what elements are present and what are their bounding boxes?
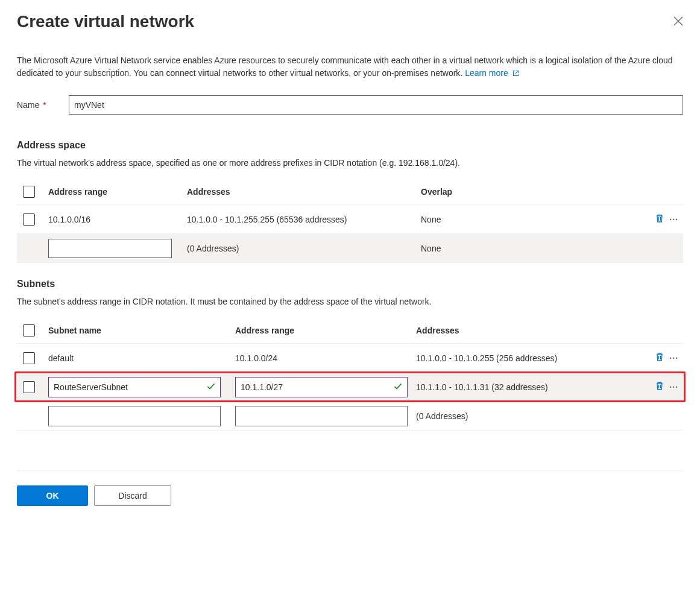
subnet-row-default: default 10.1.0.0/24 10.1.0.0 - 10.1.0.25… (17, 343, 683, 372)
subnet-range-input-empty[interactable] (235, 406, 408, 426)
svg-line-2 (515, 71, 518, 74)
more-icon[interactable]: ··· (669, 353, 678, 363)
discard-button[interactable]: Discard (94, 485, 171, 506)
address-space-table: Address range Addresses Overlap 10.1.0.0… (17, 179, 683, 263)
subnet-addresses-value: 10.1.1.0 - 10.1.1.31 (32 addresses) (416, 382, 641, 392)
address-range-input[interactable] (48, 239, 172, 258)
col-overlap: Overlap (421, 187, 641, 197)
subnet-row-routeserver: 10.1.1.0 - 10.1.1.31 (32 addresses) ··· (17, 372, 683, 401)
row-checkbox[interactable] (23, 352, 35, 364)
subnet-empty-addresses: (0 Addresses) (416, 411, 641, 421)
footer: OK Discard (17, 470, 683, 506)
col-subnet-addresses: Addresses (416, 326, 641, 335)
subnet-empty-row: (0 Addresses) (17, 401, 683, 430)
more-icon[interactable]: ··· (669, 382, 678, 392)
subnet-range-value: 10.1.0.0/24 (235, 353, 416, 363)
subnet-name-input-empty[interactable] (48, 406, 221, 426)
address-space-header-row: Address range Addresses Overlap (17, 179, 683, 204)
ok-button[interactable]: OK (17, 485, 88, 506)
address-space-empty-row: (0 Addresses) None (17, 233, 683, 262)
subnets-title: Subnets (17, 279, 683, 289)
learn-more-link[interactable]: Learn more (465, 68, 519, 78)
subnets-header-checkbox[interactable] (23, 324, 35, 336)
page-title: Create virtual network (17, 12, 194, 31)
intro-body: The Microsoft Azure Virtual Network serv… (17, 55, 673, 78)
intro-text: The Microsoft Azure Virtual Network serv… (17, 54, 683, 81)
delete-icon[interactable] (655, 381, 664, 393)
subnet-addresses-value: 10.1.0.0 - 10.1.0.255 (256 addresses) (416, 353, 641, 363)
address-space-desc: The virtual network's address space, spe… (17, 157, 683, 169)
subnet-name-input[interactable] (48, 377, 221, 397)
subnets-table: Subnet name Address range Addresses defa… (17, 318, 683, 431)
delete-icon[interactable] (655, 352, 664, 364)
close-icon[interactable] (673, 16, 683, 28)
header: Create virtual network (17, 12, 683, 31)
name-field-row: Name * (17, 95, 683, 115)
col-subnet-name: Subnet name (48, 326, 235, 335)
name-field-label: Name * (17, 100, 69, 110)
empty-addresses-value: (0 Addresses) (187, 244, 421, 253)
address-range-value: 10.1.0.0/16 (48, 215, 187, 224)
col-subnet-range: Address range (235, 326, 416, 335)
row-checkbox[interactable] (23, 213, 35, 226)
name-input[interactable] (69, 95, 683, 115)
col-address-range: Address range (48, 187, 187, 197)
addresses-value: 10.1.0.0 - 10.1.255.255 (65536 addresses… (187, 215, 421, 224)
required-asterisk: * (43, 100, 46, 110)
address-space-header-checkbox[interactable] (23, 186, 35, 198)
external-link-icon (512, 68, 520, 81)
empty-overlap-value: None (421, 244, 641, 253)
subnets-desc: The subnet's address range in CIDR notat… (17, 295, 683, 308)
col-addresses: Addresses (187, 187, 421, 197)
address-space-title: Address space (17, 140, 683, 151)
subnet-name-value: default (48, 353, 235, 363)
address-space-row: 10.1.0.0/16 10.1.0.0 - 10.1.255.255 (655… (17, 204, 683, 233)
learn-more-label: Learn more (465, 68, 508, 78)
row-checkbox[interactable] (23, 381, 35, 393)
name-label-text: Name (17, 100, 39, 110)
more-icon[interactable]: ··· (669, 215, 678, 224)
overlap-value: None (421, 215, 641, 224)
subnets-header-row: Subnet name Address range Addresses (17, 318, 683, 343)
subnet-range-input[interactable] (235, 377, 408, 397)
delete-icon[interactable] (655, 213, 664, 225)
